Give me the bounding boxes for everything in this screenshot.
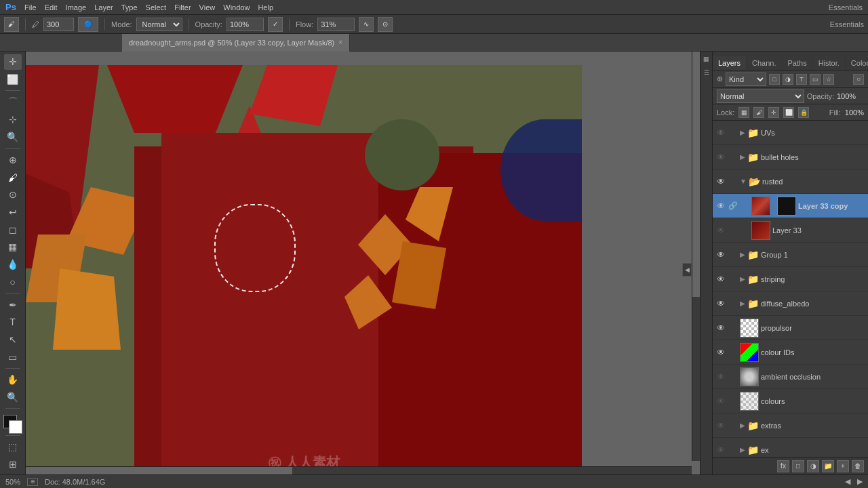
link-icon-bottom[interactable]: fx — [777, 460, 789, 472]
layer-row-colourids[interactable]: 👁 colour IDs — [713, 340, 868, 365]
chevron-extras[interactable]: ▶ — [740, 422, 745, 429]
menu-window[interactable]: Window — [223, 3, 250, 12]
menu-edit[interactable]: Edit — [45, 3, 58, 12]
tab-color[interactable]: Color — [846, 56, 868, 70]
eye-group1[interactable]: 👁 — [715, 249, 726, 260]
scrollbar-thumb-v[interactable] — [692, 52, 700, 297]
layer-row-ex[interactable]: 👁 ▶ 📁 ex — [713, 438, 868, 457]
brush-preset-icon[interactable]: 🔵 — [78, 17, 98, 32]
eye-striping[interactable]: 👁 — [715, 274, 726, 285]
extra-tool2[interactable]: ⊞ — [4, 456, 22, 472]
opacity-toggle-icon[interactable]: ✓ — [268, 17, 283, 32]
hand-tool[interactable]: ✋ — [4, 372, 22, 388]
menu-help[interactable]: Help — [258, 3, 273, 12]
clone-tool[interactable]: ⊙ — [4, 187, 22, 203]
menu-select[interactable]: Select — [146, 3, 167, 12]
eyedropper-tool[interactable]: 🔍 — [4, 129, 22, 145]
chevron-uvs[interactable]: ▶ — [740, 129, 745, 136]
canvas-area[interactable]: ㊗ 人人素材 ◀ — [26, 52, 700, 474]
blur-tool[interactable]: 💧 — [4, 257, 22, 272]
eye-extras[interactable]: 👁 — [715, 420, 726, 431]
color-boxes[interactable] — [3, 415, 22, 431]
lock-position-icon[interactable]: ✛ — [768, 107, 779, 118]
horizontal-scrollbar[interactable] — [26, 466, 692, 474]
layer-row-propulsor[interactable]: 👁 propulsor — [713, 316, 868, 340]
chevron-rusted[interactable]: ▼ — [740, 178, 747, 185]
blend-mode-select[interactable]: Normal Multiply Screen Overlay — [717, 89, 804, 103]
chevron-bulletholes[interactable]: ▶ — [740, 153, 745, 161]
vertical-scrollbar[interactable] — [692, 52, 700, 461]
opacity-input[interactable] — [226, 18, 264, 31]
layer-row-group1[interactable]: 👁 ▶ 📁 Group 1 — [713, 243, 868, 267]
zoom-level[interactable]: 50% — [5, 478, 20, 486]
fill-value[interactable]: 100% — [845, 108, 864, 117]
chevron-ex[interactable]: ▶ — [740, 446, 745, 453]
tab-close-button[interactable]: × — [338, 39, 342, 46]
lock-artboard-icon[interactable]: ⬜ — [783, 107, 794, 118]
eye-colourids[interactable]: 👁 — [715, 347, 726, 358]
chevron-striping[interactable]: ▶ — [740, 275, 745, 283]
brush-size-input[interactable] — [43, 18, 74, 31]
layer-row-bulletholes[interactable]: 👁 ▶ 📁 bullet holes — [713, 145, 868, 169]
link-layer33copy[interactable]: 🔗 — [728, 201, 738, 211]
tab-channels[interactable]: Chann. — [747, 56, 782, 70]
filter-kind-select[interactable]: Kind — [726, 73, 766, 86]
dodge-tool[interactable]: ○ — [4, 274, 22, 290]
crop-tool[interactable]: ⊹ — [4, 112, 22, 127]
eye-bulletholes[interactable]: 👁 — [715, 152, 726, 163]
scroll-right[interactable]: ▶ — [857, 477, 863, 486]
lock-all-icon[interactable]: 🔒 — [798, 107, 809, 118]
eye-rusted[interactable]: 👁 — [715, 176, 726, 187]
airbrush-icon[interactable]: ⊙ — [378, 17, 393, 32]
chevron-diffusealbedo[interactable]: ▶ — [740, 300, 745, 307]
eraser-tool[interactable]: ◻ — [4, 222, 22, 237]
adjustment-icon-bottom[interactable]: ◑ — [807, 460, 819, 472]
menu-image[interactable]: Image — [66, 3, 87, 12]
essentials-top-btn[interactable]: Essentials — [830, 20, 864, 28]
eye-layer33[interactable]: 👁 — [715, 225, 726, 236]
eye-uvs[interactable]: 👁 — [715, 127, 726, 138]
history-brush[interactable]: ↩ — [4, 205, 22, 220]
brush-tool-icon[interactable]: 🖌 — [4, 17, 19, 32]
shape-tool[interactable]: ▭ — [4, 349, 22, 365]
eye-propulsor[interactable]: 👁 — [715, 323, 726, 333]
layer-row-colours[interactable]: 👁 colours — [713, 389, 868, 413]
path-select[interactable]: ↖ — [4, 332, 22, 348]
move-tool[interactable]: ✛ — [4, 54, 22, 70]
zoom-tool-status[interactable]: ⊕ — [27, 478, 38, 486]
delete-layer-icon[interactable]: 🗑 — [852, 460, 864, 472]
panel-toggle-icon[interactable]: ◀ — [682, 263, 692, 277]
gradient-tool[interactable]: ▦ — [4, 239, 22, 255]
extra-tool1[interactable]: ⬚ — [4, 439, 22, 455]
filter-pixel-icon[interactable]: □ — [769, 74, 780, 85]
filter-adjust-icon[interactable]: ◑ — [783, 74, 793, 85]
layer-row-diffusealbedo[interactable]: 👁 ▶ 📁 diffuse_albedo — [713, 291, 868, 316]
filter-shape-icon[interactable]: ▭ — [810, 74, 821, 85]
group-icon-bottom[interactable]: 📁 — [822, 460, 834, 472]
layer-row-extras[interactable]: 👁 ▶ 📁 extras — [713, 413, 868, 438]
eye-layer33copy[interactable]: 👁 — [715, 201, 726, 211]
lasso-tool[interactable]: ⌒ — [4, 94, 22, 110]
selection-tool[interactable]: ⬜ — [4, 72, 22, 87]
menu-layer[interactable]: Layer — [94, 3, 113, 12]
tab-paths[interactable]: Paths — [783, 56, 813, 70]
side-icon1[interactable]: ▦ — [702, 54, 711, 64]
filter-toggle[interactable]: ○ — [853, 74, 864, 85]
flow-input[interactable] — [317, 18, 355, 31]
essentials-button[interactable]: Essentials — [829, 3, 863, 12]
menu-type[interactable]: Type — [121, 3, 138, 12]
lock-paint-icon[interactable]: 🖌 — [753, 107, 764, 118]
opacity-value[interactable]: 100% — [837, 92, 864, 100]
eye-ex[interactable]: 👁 — [715, 445, 726, 455]
background-color[interactable] — [9, 420, 22, 434]
menu-filter[interactable]: Filter — [174, 3, 191, 12]
side-icon2[interactable]: ☰ — [702, 68, 711, 77]
mask-icon-bottom[interactable]: □ — [792, 460, 804, 472]
new-layer-icon[interactable]: + — [837, 460, 849, 472]
tab-history[interactable]: Histor. — [813, 56, 846, 70]
text-tool[interactable]: T — [4, 314, 22, 330]
menu-file[interactable]: File — [24, 3, 37, 12]
eye-colours[interactable]: 👁 — [715, 396, 726, 407]
eye-diffusealbedo[interactable]: 👁 — [715, 298, 726, 309]
scrollbar-thumb-h[interactable] — [26, 467, 292, 474]
